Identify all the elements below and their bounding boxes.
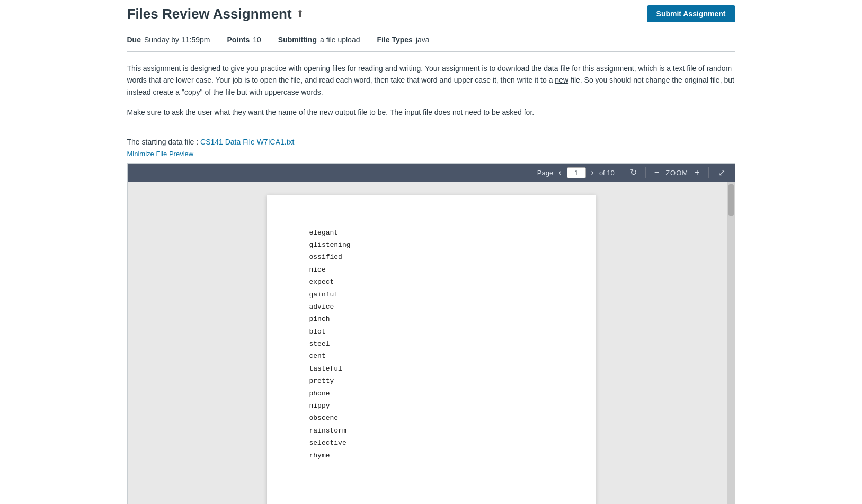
pdf-viewer: Page ‹ › of 10 ↻ − ZOOM + ⤢ elegantglist… [127, 163, 735, 504]
description-paragraph1: This assignment is designed to give you … [127, 62, 735, 98]
pdf-word: pinch [309, 313, 553, 325]
pdf-word: selective [309, 437, 553, 449]
pdf-word: expect [309, 276, 553, 288]
pdf-word: advice [309, 301, 553, 313]
pdf-word: tasteful [309, 363, 553, 375]
pdf-word: pretty [309, 375, 553, 387]
pdf-page-input[interactable] [567, 167, 586, 178]
points-label: Points [227, 35, 250, 44]
header-left: Files Review Assignment ⬆ [127, 6, 304, 22]
pdf-word: nice [309, 264, 553, 276]
pdf-toolbar: Page ‹ › of 10 ↻ − ZOOM + ⤢ [128, 164, 735, 182]
pdf-word: phone [309, 388, 553, 400]
pdf-word: obscene [309, 412, 553, 424]
pdf-scroll-thumb[interactable] [728, 184, 734, 216]
pdf-zoom-label: ZOOM [665, 169, 688, 177]
data-file-prefix: The starting data file : [127, 138, 201, 146]
page-title: Files Review Assignment [127, 6, 292, 22]
pdf-word: elegant [309, 227, 553, 239]
meta-bar: Due Sunday by 11:59pm Points 10 Submitti… [127, 28, 735, 52]
pdf-word: ossified [309, 251, 553, 263]
pdf-page: elegantglisteningossifiedniceexpectgainf… [267, 195, 596, 504]
pdf-content-area: elegantglisteningossifiedniceexpectgainf… [128, 182, 735, 504]
data-file-section: The starting data file : CS141 Data File… [127, 132, 735, 160]
due-value: Sunday by 11:59pm [144, 35, 210, 44]
file-types-value: java [416, 35, 430, 44]
submitting-item: Submitting a file upload [278, 35, 360, 44]
due-item: Due Sunday by 11:59pm [127, 35, 210, 44]
data-file-label: The starting data file : CS141 Data File… [127, 138, 735, 146]
description-paragraph2: Make sure to ask the user what they want… [127, 106, 735, 118]
pdf-word: gainful [309, 289, 553, 301]
pdf-word: glistening [309, 239, 553, 251]
points-item: Points 10 [227, 35, 261, 44]
pdf-word: cent [309, 350, 553, 362]
file-types-label: File Types [377, 35, 412, 44]
pdf-word: rhyme [309, 449, 553, 462]
pdf-word: steel [309, 338, 553, 350]
pdf-words: elegantglisteningossifiedniceexpectgainf… [309, 227, 553, 462]
new-underline: new [555, 76, 568, 84]
pdf-word: nippy [309, 400, 553, 412]
pdf-divider1 [621, 167, 621, 178]
pdf-page-controls: Page ‹ › of 10 [537, 167, 615, 178]
pdf-page-label: Page [537, 169, 553, 177]
description-block: This assignment is designed to give you … [127, 52, 735, 132]
due-label: Due [127, 35, 141, 44]
pdf-divider2 [645, 167, 646, 178]
pdf-of-pages: of 10 [599, 169, 615, 177]
pdf-scrollbar[interactable] [727, 182, 735, 504]
pdf-word: rainstorm [309, 425, 553, 437]
pdf-zoom-minus-button[interactable]: − [652, 167, 661, 178]
pdf-expand-button[interactable]: ⤢ [715, 167, 728, 179]
points-value: 10 [253, 35, 261, 44]
submitting-value: a file upload [320, 35, 360, 44]
submitting-label: Submitting [278, 35, 317, 44]
pdf-refresh-button[interactable]: ↻ [628, 167, 639, 178]
pdf-zoom-plus-button[interactable]: + [692, 167, 701, 178]
pdf-next-button[interactable]: › [589, 167, 596, 178]
file-types-item: File Types java [377, 35, 429, 44]
data-file-link[interactable]: CS141 Data File W7ICA1.txt [200, 138, 294, 146]
submit-assignment-button[interactable]: Submit Assignment [647, 5, 735, 22]
page-header: Files Review Assignment ⬆ Submit Assignm… [127, 0, 735, 28]
pdf-word: blot [309, 326, 553, 338]
pdf-divider3 [708, 167, 709, 178]
title-icon: ⬆ [296, 8, 304, 20]
pdf-prev-button[interactable]: ‹ [556, 167, 563, 178]
minimize-file-preview-link[interactable]: Minimize File Preview [127, 150, 194, 158]
